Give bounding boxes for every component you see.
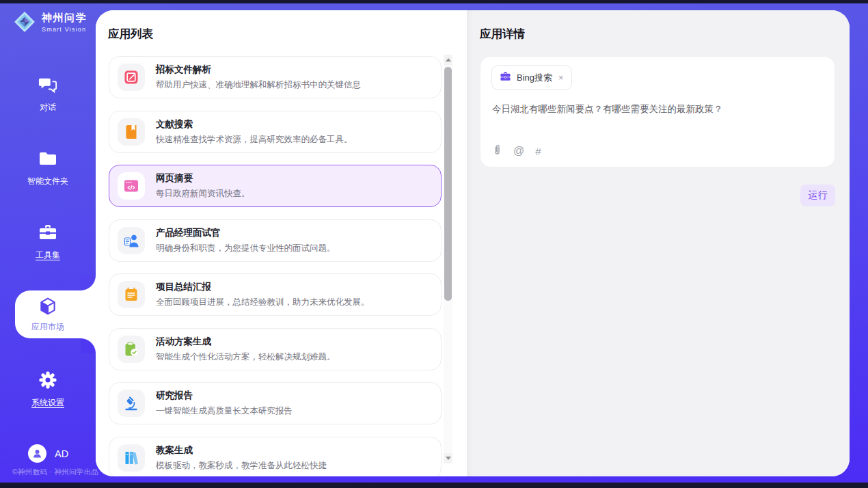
- book-icon: [123, 124, 139, 140]
- sidebar-item-toolset[interactable]: 工具集: [0, 223, 96, 261]
- summary-report-icon: [123, 286, 139, 303]
- app-card-text: 招标文件解析 帮助用户快速、准确地理解和解析招标书中的关键信息: [156, 64, 361, 91]
- sidebar-item-label: 应用市场: [0, 321, 96, 333]
- bubble-flare-bottom: [81, 338, 96, 353]
- app-title: 研究报告: [156, 390, 293, 402]
- brand-title: 神州问学: [42, 12, 87, 25]
- app-detail-panel: 应用详情 Bing搜索 ×: [467, 10, 850, 476]
- hash-icon[interactable]: #: [535, 146, 541, 157]
- app-title: 活动方案生成: [156, 336, 336, 348]
- app-card[interactable]: 活动方案生成 智能生成个性化活动方案，轻松解决规划难题。: [109, 328, 442, 370]
- app-list-title: 应用列表: [108, 27, 153, 42]
- sidebar-item-label: 智能文件夹: [0, 176, 96, 187]
- app-card[interactable]: 产品经理面试官 明确身份和职责，为您提供专业性的面试问题。: [109, 219, 442, 262]
- app-title: 招标文件解析: [156, 64, 361, 76]
- app-description: 全面回顾项目进展，总结经验教训，助力未来优化发展。: [156, 297, 370, 308]
- app-description: 每日政府新闻资讯快查。: [156, 188, 250, 200]
- books-icon: [123, 450, 139, 466]
- sidebar-item-smart-folder[interactable]: 智能文件夹: [0, 149, 96, 187]
- sidebar-item-settings[interactable]: 系统设置: [0, 370, 96, 409]
- app-icon-container: [118, 172, 145, 200]
- app-card-text: 项目总结汇报 全面回顾项目进展，总结经验教训，助力未来优化发展。: [156, 281, 370, 308]
- brand-logo: 神州问学 Smart Vision: [12, 10, 87, 34]
- copyright-footer: ©神州数码 · 神州问学出品: [12, 467, 98, 477]
- app-card-text: 研究报告 一键智能生成高质量长文本研究报告: [156, 390, 293, 417]
- app-card[interactable]: 网页摘要 每日政府新闻资讯快查。: [109, 165, 442, 207]
- app-card[interactable]: 教案生成 模板驱动，教案秒成，教学准备从此轻松快捷: [109, 437, 442, 477]
- app-description: 模板驱动，教案秒成，教学准备从此轻松快捷: [156, 460, 327, 472]
- app-card[interactable]: 招标文件解析 帮助用户快速、准确地理解和解析招标书中的关键信息: [109, 56, 442, 98]
- scroll-down-button[interactable]: [444, 453, 452, 463]
- tool-tag-bing-search[interactable]: Bing搜索 ×: [491, 65, 572, 90]
- diamond-logo-icon: [12, 10, 37, 34]
- folder-icon: [38, 159, 57, 170]
- briefcase-icon: [500, 71, 511, 84]
- app-card[interactable]: 研究报告 一键智能生成高质量长文本研究报告: [109, 382, 442, 424]
- app-description: 智能生成个性化活动方案，轻松解决规划难题。: [156, 351, 336, 363]
- prompt-card: Bing搜索 × 今日湖北有哪些新闻要点？有哪些需要关注的最新政策？ @ #: [480, 56, 835, 167]
- app-card-text: 网页摘要 每日政府新闻资讯快查。: [156, 172, 250, 200]
- tool-tag-label: Bing搜索: [517, 72, 552, 84]
- user-avatar-icon: [28, 444, 46, 463]
- mention-icon[interactable]: @: [513, 145, 524, 157]
- user-profile[interactable]: AD: [28, 444, 68, 463]
- arrow-down-icon: [446, 457, 451, 460]
- app-icon-container: [118, 444, 145, 472]
- app-icon-container: [118, 64, 145, 91]
- close-icon[interactable]: ×: [558, 72, 564, 83]
- scroll-up-button[interactable]: [444, 55, 452, 65]
- app-card-text: 产品经理面试官 明确身份和职责，为您提供专业性的面试问题。: [156, 227, 336, 254]
- app-description: 快速精准查找学术资源，提高研究效率的必备工具。: [156, 134, 353, 146]
- app-card[interactable]: 项目总结汇报 全面回顾项目进展，总结经验教训，助力未来优化发展。: [109, 273, 442, 316]
- app-window: 神州问学 Smart Vision 对话: [0, 0, 868, 488]
- gear-icon: [38, 380, 57, 392]
- app-title: 项目总结汇报: [156, 281, 370, 293]
- app-icon-container: [118, 281, 145, 308]
- paperclip-icon[interactable]: [492, 144, 502, 159]
- sidebar-item-label: 对话: [0, 102, 96, 113]
- app-icon-container: [118, 336, 145, 363]
- app-list-panel: 应用列表 招标文件解析 帮助用户快速、准确地理解和解析招标书中的关键信息 文献搜…: [96, 10, 467, 476]
- bubble-flare-top: [81, 275, 96, 290]
- sidebar-item-label: 工具集: [0, 249, 96, 261]
- chat-icon: [38, 85, 57, 96]
- arrow-up-icon: [446, 58, 451, 62]
- app-description: 一键智能生成高质量长文本研究报告: [156, 405, 293, 417]
- browser-code-icon: [123, 178, 139, 194]
- toolbox-icon: [38, 232, 57, 244]
- prompt-text-input[interactable]: 今日湖北有哪些新闻要点？有哪些需要关注的最新政策？: [492, 103, 820, 116]
- interviewer-icon: [123, 232, 139, 249]
- app-title: 教案生成: [156, 444, 327, 457]
- user-name: AD: [55, 448, 68, 459]
- cube-icon: [38, 306, 57, 318]
- content-panel: 应用列表 招标文件解析 帮助用户快速、准确地理解和解析招标书中的关键信息 文献搜…: [96, 10, 850, 476]
- app-detail-title: 应用详情: [480, 27, 525, 42]
- clipboard-check-icon: [123, 341, 139, 357]
- app-title: 文献搜索: [156, 118, 353, 131]
- app-icon-container: [118, 227, 145, 254]
- app-card-text: 教案生成 模板驱动，教案秒成，教学准备从此轻松快捷: [156, 444, 327, 472]
- app-card[interactable]: 文献搜索 快速精准查找学术资源，提高研究效率的必备工具。: [109, 111, 442, 153]
- microscope-icon: [123, 395, 139, 411]
- app-card-text: 活动方案生成 智能生成个性化活动方案，轻松解决规划难题。: [156, 336, 336, 363]
- pen-square-icon: [123, 69, 139, 85]
- app-description: 帮助用户快速、准确地理解和解析招标书中的关键信息: [156, 79, 361, 91]
- app-card-text: 文献搜索 快速精准查找学术资源，提高研究效率的必备工具。: [156, 118, 353, 146]
- app-title: 产品经理面试官: [156, 227, 336, 239]
- sidebar: 神州问学 Smart Vision 对话: [0, 3, 96, 483]
- app-icon-container: [118, 390, 145, 417]
- composer-toolbar: @ #: [492, 144, 542, 159]
- sidebar-item-chat[interactable]: 对话: [0, 75, 96, 113]
- app-list-scrollbar[interactable]: [444, 55, 452, 463]
- scrollbar-thumb[interactable]: [444, 67, 452, 301]
- app-card-list: 招标文件解析 帮助用户快速、准确地理解和解析招标书中的关键信息 文献搜索 快速精…: [109, 56, 442, 476]
- run-button[interactable]: 运行: [800, 185, 835, 206]
- sidebar-item-label: 系统设置: [0, 397, 96, 409]
- app-icon-container: [118, 118, 145, 146]
- app-title: 网页摘要: [156, 172, 250, 185]
- brand-subtitle: Smart Vision: [42, 26, 87, 33]
- sidebar-item-app-market[interactable]: 应用市场: [0, 297, 96, 333]
- app-description: 明确身份和职责，为您提供专业性的面试问题。: [156, 243, 336, 254]
- window-background: 神州问学 Smart Vision 对话: [0, 3, 868, 483]
